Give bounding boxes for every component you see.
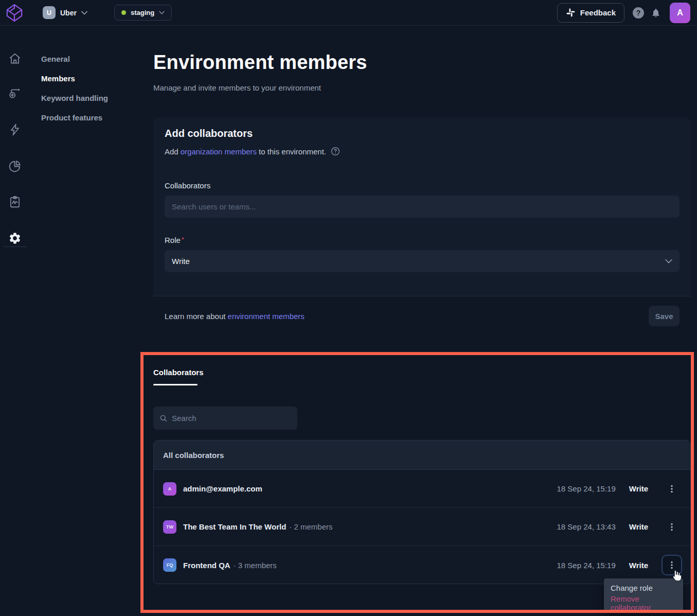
subnav-item-members[interactable]: Members — [41, 74, 75, 83]
kebab-icon — [667, 560, 676, 570]
table-row[interactable]: A admin@example.com 18 Sep 24, 15:19 Wri… — [154, 470, 690, 508]
user-avatar[interactable]: A — [670, 3, 690, 23]
kebab-icon — [667, 484, 676, 494]
subnav-item-general[interactable]: General — [41, 55, 70, 63]
flash-icon[interactable] — [8, 122, 22, 137]
environment-members-link[interactable]: environment members — [228, 312, 305, 321]
role-value: Write — [629, 522, 648, 531]
app-logo[interactable] — [4, 2, 25, 24]
collaborator-meta: · 2 members — [289, 522, 332, 531]
cube-logo-icon — [4, 3, 25, 23]
tab-active-underline — [153, 384, 198, 385]
subnav-item-product-features[interactable]: Product features — [41, 113, 102, 122]
collaborator-name: Frontend QA — [183, 561, 230, 570]
table-header: All collaborators — [154, 441, 690, 470]
menu-item-remove-collaborator[interactable]: Remove collaborator — [604, 595, 683, 610]
question-circle-icon[interactable] — [331, 147, 340, 156]
add-collaborators-card: Add collaborators Add organization membe… — [153, 117, 691, 336]
collaborator-name: admin@example.com — [183, 484, 262, 493]
collaborator-meta: · 3 members — [234, 561, 277, 570]
keyword-tag-add-icon[interactable] — [8, 86, 22, 101]
org-avatar: U — [43, 6, 56, 19]
org-name: Uber — [60, 9, 77, 17]
row-actions-kebab-button[interactable] — [662, 517, 682, 537]
icon-rail — [0, 26, 30, 616]
collaborators-search-input-small[interactable] — [172, 414, 291, 423]
row-actions-kebab-button[interactable] — [662, 479, 682, 499]
avatar: FQ — [163, 558, 176, 572]
tab-collaborators[interactable]: Collaborators — [153, 368, 204, 377]
collaborator-name: The Best Team In The World — [183, 522, 286, 531]
environment-status-dot — [121, 10, 126, 15]
notifications-button[interactable] — [647, 4, 665, 22]
settings-gear-icon[interactable] — [8, 231, 22, 245]
rail-divider — [3, 247, 27, 247]
added-date: 18 Sep 24, 15:19 — [557, 561, 616, 570]
row-actions-kebab-button-open[interactable] — [662, 555, 682, 575]
search-icon — [159, 414, 168, 423]
chevron-down-icon — [81, 11, 87, 15]
role-value: Write — [629, 561, 648, 570]
pie-chart-icon[interactable] — [8, 159, 22, 173]
organization-members-link[interactable]: organization members — [181, 147, 257, 156]
slack-icon — [566, 8, 576, 17]
row-right-group: 18 Sep 24, 13:43 Write — [557, 517, 683, 537]
app-root: U Uber staging — [0, 0, 697, 616]
footer-prefix: Learn more about — [165, 312, 225, 321]
avatar: TW — [163, 520, 176, 534]
desc-prefix: Add — [165, 147, 178, 156]
collaborators-table: All collaborators A admin@example.com 18… — [153, 440, 691, 584]
role-select-value: Write — [172, 257, 190, 266]
row-actions-context-menu: Change role Remove collaborator — [604, 578, 683, 612]
row-right-group: 18 Sep 24, 15:19 Write — [557, 555, 683, 575]
card-title: Add collaborators — [165, 128, 253, 139]
report-icon[interactable] — [8, 195, 22, 209]
role-label-text: Role — [165, 236, 181, 244]
org-switcher[interactable]: U Uber — [43, 6, 87, 19]
feedback-label: Feedback — [580, 8, 616, 17]
environment-switcher[interactable]: staging — [114, 5, 172, 21]
topbar-actions: Feedback ? A — [557, 3, 690, 23]
chevron-down-icon — [159, 11, 165, 14]
feedback-button[interactable]: Feedback — [557, 3, 624, 23]
footer-text: Learn more about environment members — [165, 312, 305, 321]
help-icon: ? — [633, 7, 644, 19]
page-title: Environment members — [153, 51, 367, 74]
page-subtitle: Manage and invite members to your enviro… — [153, 83, 321, 92]
role-value: Write — [629, 484, 648, 493]
environment-name: staging — [131, 9, 154, 16]
chevron-down-icon — [665, 259, 672, 263]
table-row[interactable]: TW The Best Team In The World · 2 member… — [154, 508, 690, 546]
row-right-group: 18 Sep 24, 15:19 Write — [557, 479, 683, 499]
save-button[interactable]: Save — [649, 306, 680, 326]
collaborators-search-box[interactable] — [153, 407, 297, 430]
avatar: A — [163, 482, 176, 496]
role-select[interactable]: Write — [165, 250, 680, 272]
card-description: Add organization members to this environ… — [165, 147, 340, 156]
required-asterisk: * — [182, 236, 184, 243]
menu-item-change-role[interactable]: Change role — [604, 580, 683, 595]
bell-icon — [651, 8, 661, 18]
collaborators-field-label: Collaborators — [165, 181, 210, 190]
subnav-item-keyword-handling[interactable]: Keyword handling — [41, 94, 108, 102]
desc-suffix: to this environment. — [259, 147, 326, 156]
kebab-icon — [667, 522, 676, 532]
added-date: 18 Sep 24, 15:19 — [557, 484, 616, 493]
card-footer: Learn more about environment members Sav… — [153, 296, 691, 336]
help-button[interactable]: ? — [630, 4, 647, 22]
home-icon[interactable] — [8, 51, 22, 66]
added-date: 18 Sep 24, 13:43 — [557, 522, 616, 531]
topbar: U Uber staging — [0, 0, 697, 26]
role-field-label: Role* — [165, 236, 184, 244]
collaborators-search-input[interactable] — [165, 196, 680, 218]
